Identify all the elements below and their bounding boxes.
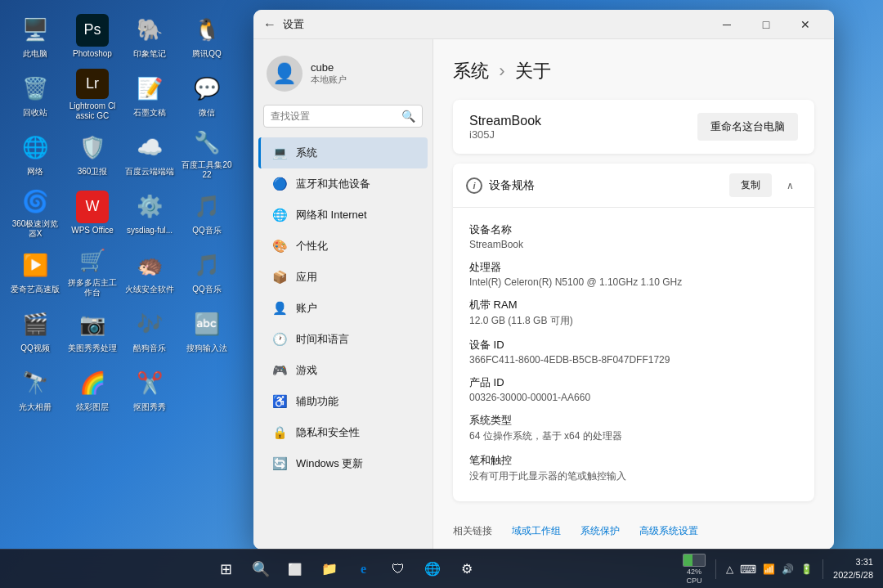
start-button[interactable]: ⊞: [210, 553, 243, 586]
wps-label: WPS Office: [71, 226, 114, 236]
desktop-icon-wps[interactable]: W WPS Office: [64, 183, 121, 242]
soudog-icon: 🔤: [190, 308, 223, 341]
desktop-icon-kuwo[interactable]: 🎶 酷狗音乐: [121, 301, 178, 360]
sidebar-item-bluetooth[interactable]: 🔵 蓝牙和其他设备: [258, 168, 428, 200]
desktop-icon-huohu[interactable]: 🦔 火绒安全软件: [121, 242, 178, 301]
browser-button[interactable]: e: [347, 553, 380, 586]
lightroom-label: Lightroom Classic GC: [67, 101, 118, 121]
tray-battery[interactable]: 🔋: [800, 563, 813, 575]
sidebar-item-accessibility[interactable]: ♿ 辅助功能: [258, 386, 428, 417]
desktop-icon-photoshop[interactable]: Ps Photoshop: [64, 7, 121, 65]
cpu-bar: [683, 554, 706, 567]
desktop-icon-qq[interactable]: 🐧 腾讯QQ: [178, 7, 235, 65]
bluetooth-icon: 🔵: [271, 176, 288, 192]
user-info: cube 本地账户: [311, 61, 347, 86]
sysdiag-label: sysdiag-ful...: [127, 226, 173, 236]
protection-link[interactable]: 系统保护: [580, 524, 620, 538]
clock[interactable]: 3:31 2022/5/28: [833, 556, 873, 581]
sidebar-label-gaming: 游戏: [296, 363, 317, 378]
rename-button[interactable]: 重命名这台电脑: [697, 113, 798, 141]
sidebar-item-time[interactable]: 🕐 时间和语言: [258, 324, 428, 355]
desktop-icon-qqmusic[interactable]: 🎵 QQ音乐: [178, 183, 235, 242]
gear-button[interactable]: ⚙: [450, 553, 483, 586]
sidebar-item-update[interactable]: 🔄 Windows 更新: [258, 448, 428, 479]
search-button[interactable]: 🔍: [244, 553, 277, 586]
settings-body: 👤 cube 本地账户 🔍 💻 系统 🔵 蓝牙和其他设备 🌐 网络和 Inter…: [253, 39, 834, 550]
desktop-icon-meitu[interactable]: 📷 美图秀秀处理: [64, 301, 121, 360]
desktop-icon-computer[interactable]: 🖥️ 此电脑: [7, 7, 64, 65]
breadcrumb: 系统 › 关于: [453, 59, 814, 83]
specs-body: 设备名称 StreamBook 处理器 Intel(R) Celeron(R) …: [453, 208, 814, 501]
privacy-icon: 🔒: [271, 424, 288, 441]
desktop-icon-iqiyi[interactable]: ▶️ 爱奇艺高速版: [7, 242, 64, 301]
taskbar-right: 42% CPU △ ⌨ 📶 🔊 🔋 3:31 2022/5/28: [683, 554, 873, 585]
domain-link[interactable]: 域或工作组: [512, 524, 561, 538]
qqmusic2-icon: 🎵: [190, 249, 223, 282]
system-icon: 💻: [271, 145, 288, 161]
desktop-icon-pinduoduo[interactable]: 🛒 拼多多店主工作台: [64, 242, 121, 301]
network-label: 网络: [27, 167, 43, 177]
desktop-icon-qqvideo[interactable]: 🎬 QQ视频: [7, 301, 64, 360]
sidebar-item-privacy[interactable]: 🔒 隐私和安全性: [258, 417, 428, 448]
desktop-icon-recycle[interactable]: 🗑️ 回收站: [7, 65, 64, 124]
taskbar: ⊞ 🔍 ⬜ 📁 e 🛡 🌐 ⚙ 42% CPU △ ⌨ 📶 🔊 🔋: [0, 549, 883, 588]
desktop-icon-network[interactable]: 🌐 网络: [7, 124, 64, 183]
sidebar-label-system: 系统: [296, 146, 317, 160]
sysdiag-icon: ⚙️: [133, 191, 166, 223]
spec-row: 机带 RAM 12.0 GB (11.8 GB 可用): [469, 293, 798, 333]
desktop-icon-360safe[interactable]: 🛡️ 360卫报: [64, 124, 121, 183]
desktop-icon-sysdiag[interactable]: ⚙️ sysdiag-ful...: [121, 183, 178, 242]
360safe-label: 360卫报: [78, 167, 108, 177]
desktop-icon-qqmusic2[interactable]: 🎵 QQ音乐: [178, 242, 235, 301]
maximize-button[interactable]: □: [747, 11, 785, 38]
specs-header-right: 复制 ∧: [729, 173, 801, 197]
spec-row: 处理器 Intel(R) Celeron(R) N5100 @ 1.10GHz …: [469, 255, 798, 293]
copy-button[interactable]: 复制: [729, 173, 772, 197]
tray-keyboard[interactable]: ⌨: [740, 563, 756, 576]
recycle-label: 回收站: [23, 108, 47, 118]
sidebar-item-apps[interactable]: 📦 应用: [258, 262, 428, 293]
desktop-icon-guangda[interactable]: 🔭 光大相册: [7, 360, 64, 419]
user-name: cube: [311, 61, 347, 74]
explorer-button[interactable]: 📁: [313, 553, 346, 586]
minimize-button[interactable]: ─: [708, 11, 746, 38]
tray-network[interactable]: 📶: [763, 563, 775, 575]
tray-sound[interactable]: 🔊: [782, 563, 794, 575]
soudog-label: 搜狗输入法: [186, 343, 227, 353]
specs-header: i 设备规格 复制 ∧: [453, 164, 814, 208]
qqvideo-label: QQ视频: [20, 343, 50, 353]
desktop-icon-clouddrive[interactable]: ☁️ 百度云端端端: [121, 124, 178, 183]
collapse-button[interactable]: ∧: [778, 174, 801, 197]
search-input[interactable]: [271, 110, 401, 122]
sidebar-item-system[interactable]: 💻 系统: [258, 137, 428, 168]
sidebar-item-personalization[interactable]: 🎨 个性化: [258, 231, 428, 262]
globe-button[interactable]: 🌐: [416, 553, 449, 586]
personalization-icon: 🎨: [271, 238, 288, 254]
back-button[interactable]: ←: [263, 17, 276, 32]
sidebar-item-network[interactable]: 🌐 网络和 Internet: [258, 200, 428, 231]
desktop-icon-shiyuwendang[interactable]: 📝 石墨文稿: [121, 65, 178, 124]
desktop-icon-360browser[interactable]: 🌀 360极速浏览器X: [7, 183, 64, 242]
sidebar-item-accounts[interactable]: 👤 账户: [258, 293, 428, 324]
desktop-icon-tools2022[interactable]: 🔧 百度工具集2022: [178, 124, 235, 183]
user-section: 👤 cube 本地账户: [253, 49, 433, 105]
spec-value: StreamBook: [469, 239, 798, 250]
desktop-icon-hdr[interactable]: 🌈 炫彩图层: [64, 360, 121, 419]
close-button[interactable]: ✕: [787, 11, 824, 38]
desktop-icon-meitu2[interactable]: ✂️ 抠图秀秀: [121, 360, 178, 419]
sidebar-item-gaming[interactable]: 🎮 游戏: [258, 355, 428, 386]
desktop-icon-evernote[interactable]: 🐘 印象笔记: [121, 7, 178, 65]
desktop-icon-soudog[interactable]: 🔤 搜狗输入法: [178, 301, 235, 360]
spec-label: 笔和触控: [469, 453, 798, 468]
search-icon[interactable]: 🔍: [401, 110, 415, 123]
cpu-meter[interactable]: 42% CPU: [683, 554, 706, 585]
spec-label: 系统类型: [469, 413, 798, 428]
desktop-icon-wechat[interactable]: 💬 微信: [178, 65, 235, 124]
taskview-button[interactable]: ⬜: [279, 553, 312, 586]
apps-icon: 📦: [271, 269, 288, 285]
advanced-link[interactable]: 高级系统设置: [639, 524, 698, 538]
tray-expand[interactable]: △: [726, 563, 733, 575]
shield-button[interactable]: 🛡: [382, 553, 415, 586]
breadcrumb-parent: 系统: [453, 61, 489, 81]
desktop-icon-lightroom[interactable]: Lr Lightroom Classic GC: [64, 65, 121, 124]
